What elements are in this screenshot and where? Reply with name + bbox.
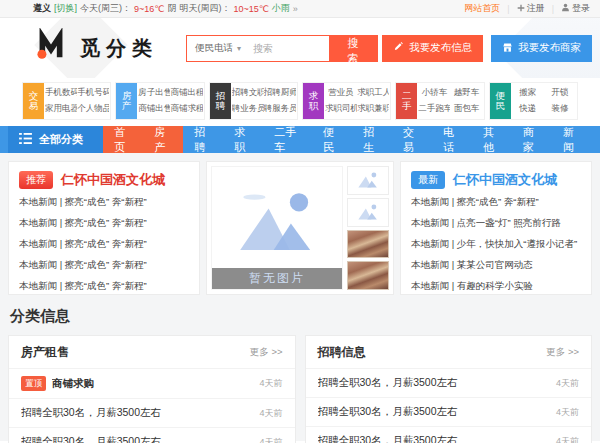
thumbnail[interactable] [347,230,389,259]
nav-item[interactable]: 二手车 [263,126,312,153]
weather-tomorrow-cond: 小雨 [272,2,290,15]
list-item[interactable]: 招聘全职30名，月薪3500左右 4天前 [9,427,295,443]
news-item[interactable]: 本地新闻 | 有趣的科学小实验 [411,275,581,295]
thumbnail[interactable] [347,198,389,227]
category-link[interactable]: 求职司机 [325,103,357,115]
category-link[interactable]: 越野车 [450,87,482,99]
category-link[interactable]: 搬家 [512,87,544,99]
publish-merchant-button[interactable]: 我要发布商家 [491,35,592,62]
category-label[interactable]: 便民 [490,83,511,119]
category-label[interactable]: 二手 [396,83,417,119]
category-block: 二手 小轿车 越野车 二手跑车 面包车 [395,82,484,120]
news-item[interactable]: 本地新闻 | 擦亮“成色” 奔“新程” [19,254,189,275]
register-link[interactable]: 注册 [517,2,545,15]
category-link[interactable]: 商铺出租 [170,87,202,99]
list-item[interactable]: 招聘全职30名，月薪3500左右 4天前 [9,398,295,427]
publish-info-label: 我要发布信息 [409,41,472,55]
news-item[interactable]: 本地新闻 | 少年，快快加入“遵报小记者” [411,233,581,254]
more-link[interactable]: 更多 >> [546,346,579,359]
list-item[interactable]: 招聘全职30名，月薪3500左右 4天前 [306,368,592,397]
recommend-title[interactable]: 仁怀中国酒文化城 [61,171,165,189]
divider: | [507,4,509,14]
category-links: 营业员 求职工人 求职司机 求职兼职 [324,83,390,119]
news-item[interactable]: 本地新闻 | 某某公司官网动态 [411,254,581,275]
category-label[interactable]: 房产 [116,83,137,119]
category-link[interactable]: 手机号码 [77,87,109,99]
category-label[interactable]: 招聘 [210,83,231,119]
category-links: 手机数码 手机号码 家用电器 个人物品 [44,83,110,119]
category-links: 搬家 开锁 快递 装修 [511,83,577,119]
nav-item[interactable]: 求职 [223,126,263,153]
category-link[interactable]: 招聘厨师 [264,87,296,99]
city-switch-link[interactable]: [切换] [54,2,77,15]
latest-title[interactable]: 仁怀中国酒文化城 [453,171,557,189]
category-label[interactable]: 求职 [303,83,324,119]
search-input[interactable] [247,36,329,61]
nav-item[interactable]: 招生 [352,126,392,153]
category-link[interactable]: 开锁 [544,87,576,99]
weather-today-label: 今天(周三)： [80,2,131,15]
category-link[interactable]: 小轿车 [418,87,450,99]
list-item-text: 招聘全职30名，月薪3500左右 [21,406,251,420]
category-link[interactable]: 求职工人 [357,87,389,99]
publish-info-button[interactable]: 我要发布信息 [382,35,483,62]
all-categories-label: 全部分类 [39,132,83,147]
search-category-select[interactable]: 便民电话 ▾ [187,36,247,61]
login-link[interactable]: 登录 [561,2,590,15]
nav-item[interactable]: 新闻 [552,126,592,153]
recommend-badge: 推荐 [19,171,53,189]
category-link[interactable]: 商铺求租 [170,103,202,115]
category-link[interactable]: 聘服务员 [264,103,296,115]
category-link[interactable]: 商铺出售 [138,103,170,115]
category-link[interactable]: 房子出售 [138,87,170,99]
news-item[interactable]: 本地新闻 | 擦亮“成色” 奔“新程” [19,191,189,212]
weather-more-arrow[interactable]: » [293,4,298,14]
category-link[interactable]: 个人物品 [77,103,109,115]
category-link[interactable]: 面包车 [450,103,482,115]
site-home-link[interactable]: 网站首页 [464,2,500,15]
category-link[interactable]: 招聘文职 [232,87,264,99]
news-item[interactable]: 本地新闻 | 擦亮“成色” 奔“新程” [19,212,189,233]
nav-item[interactable]: 交易 [392,126,432,153]
category-links: 小轿车 越野车 二手跑车 面包车 [417,83,483,119]
main-image-placeholder[interactable]: 暂无图片 [211,166,343,290]
search-button[interactable]: 搜 索 [329,36,377,61]
category-link[interactable]: 求职兼职 [357,103,389,115]
category-block: 求职 营业员 求职工人 求职司机 求职兼职 [302,82,391,120]
nav-item[interactable]: 首页 [103,126,143,153]
nav-item[interactable]: 其他 [472,126,512,153]
no-image-caption: 暂无图片 [212,268,342,289]
thumbnail[interactable] [347,166,389,195]
weather-tomorrow-temp: 10~15℃ [233,4,268,14]
category-link[interactable]: 快递 [512,103,544,115]
nav-item[interactable]: 招聘 [183,126,223,153]
nav-item[interactable]: 商家 [512,126,552,153]
category-links: 招聘文职 招聘厨师 聘业务员 聘服务员 [231,83,297,119]
category-link[interactable]: 营业员 [325,87,357,99]
category-label[interactable]: 交易 [23,83,44,119]
all-categories-button[interactable]: 全部分类 [8,126,103,153]
category-grid: 交易 手机数码 手机号码 家用电器 个人物品 房产 房子出售 商铺出租 商铺出售… [22,82,578,120]
card-rows: 置顶 商铺求购 4天前 招聘全职30名，月薪3500左右 4天前 [9,368,295,443]
news-item[interactable]: 本地新闻 | 点亮一盏“灯” 照亮前行路 [411,212,581,233]
news-item[interactable]: 本地新闻 | 擦亮“成色” 奔“新程” [19,233,189,254]
list-item[interactable]: 招聘全职30名，月薪3500左右 4天前 [306,397,592,426]
nav-item[interactable]: 便民 [312,126,352,153]
category-link[interactable]: 手机数码 [45,87,77,99]
more-link[interactable]: 更多 >> [250,346,283,359]
nav-item[interactable]: 房产 [143,126,183,153]
news-item[interactable]: 本地新闻 | 擦亮“成色” 奔“新程” [19,275,189,295]
site-logo[interactable]: 觅分类 [32,28,158,68]
list-item[interactable]: 置顶 商铺求购 4天前 [9,368,295,398]
category-link[interactable]: 装修 [544,103,576,115]
thumbnail[interactable] [347,261,389,290]
category-link[interactable]: 聘业务员 [232,103,264,115]
category-link[interactable]: 家用电器 [45,103,77,115]
category-link[interactable]: 二手跑车 [418,103,450,115]
list-item[interactable]: 招聘全职30名，月薪3500左右 4天前 [306,426,592,443]
gallery-panel: 暂无图片 [206,161,394,295]
news-item[interactable]: 本地新闻 | 擦亮“成色” 奔“新程” [411,191,581,212]
classified-card-jobs: 招聘信息 更多 >> 招聘全职30名，月薪3500左右 4天前 [305,335,593,443]
divider: | [552,4,554,14]
nav-item[interactable]: 电话 [432,126,472,153]
